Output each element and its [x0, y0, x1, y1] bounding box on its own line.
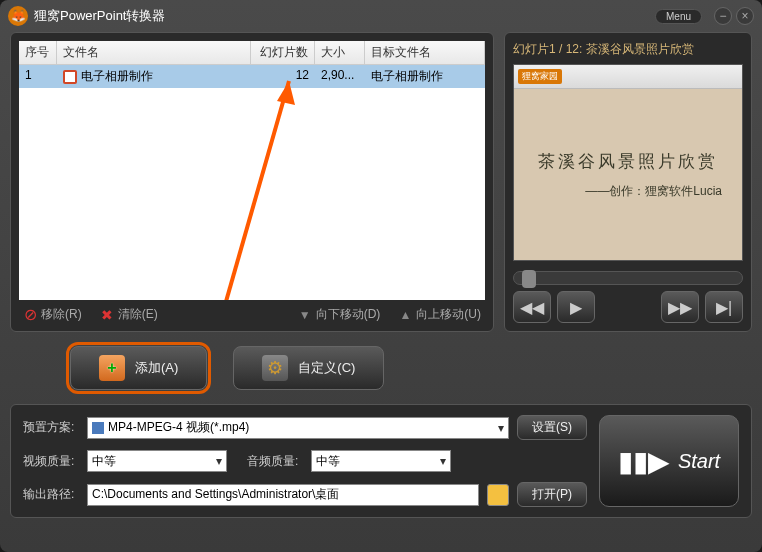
window-title: 狸窝PowerPoint转换器: [34, 7, 655, 25]
banner-logo-icon: 狸窝家园: [518, 69, 562, 84]
app-window: 🦊 狸窝PowerPoint转换器 Menu − × 序号 文件名 幻灯片数 大…: [0, 0, 762, 552]
cell-filename: 电子相册制作: [57, 65, 251, 88]
file-toolbar: ⊘移除(R) ✖清除(E) ▼向下移动(D) ▲向上移动(U): [19, 300, 485, 323]
next-button[interactable]: ▶|: [705, 291, 743, 323]
action-row: 添加(A) 自定义(C): [10, 340, 752, 396]
minimize-button[interactable]: −: [714, 7, 732, 25]
open-button[interactable]: 打开(P): [517, 482, 587, 507]
preview-title: 幻灯片1 / 12: 茶溪谷风景照片欣赏: [513, 41, 743, 58]
preview-sub-text: ——创作：狸窝软件Lucia: [585, 183, 722, 200]
gear-icon: [262, 355, 288, 381]
app-logo-icon: 🦊: [8, 6, 28, 26]
clear-button[interactable]: ✖清除(E): [100, 306, 158, 323]
output-path-label: 输出路径:: [23, 486, 79, 503]
table-row[interactable]: 1 电子相册制作 12 2,90... 电子相册制作: [19, 65, 485, 88]
cell-number: 1: [19, 65, 57, 88]
move-down-button[interactable]: ▼向下移动(D): [298, 306, 381, 323]
cell-target: 电子相册制作: [365, 65, 485, 88]
svg-line-0: [209, 81, 289, 300]
close-button[interactable]: ×: [736, 7, 754, 25]
preview-body: 茶溪谷风景照片欣赏 ——创作：狸窝软件Lucia: [514, 89, 742, 260]
titlebar: 🦊 狸窝PowerPoint转换器 Menu − ×: [0, 0, 762, 32]
preview-panel: 幻灯片1 / 12: 茶溪谷风景照片欣赏 狸窝家园 茶溪谷风景照片欣赏 ——创作…: [504, 32, 752, 332]
output-path-input[interactable]: C:\Documents and Settings\Administrator\…: [87, 484, 479, 506]
settings-col: 预置方案: MP4-MPEG-4 视频(*.mp4) 设置(S) 视频质量: 中…: [23, 415, 587, 507]
clear-icon: ✖: [100, 308, 114, 322]
settings-panel: 预置方案: MP4-MPEG-4 视频(*.mp4) 设置(S) 视频质量: 中…: [10, 404, 752, 518]
table-header: 序号 文件名 幻灯片数 大小 目标文件名: [19, 41, 485, 65]
col-slides[interactable]: 幻灯片数: [251, 41, 315, 64]
cell-size: 2,90...: [315, 65, 365, 88]
arrow-up-icon: ▲: [398, 308, 412, 322]
mp4-icon: [92, 422, 104, 434]
add-icon: [99, 355, 125, 381]
seek-bar[interactable]: [513, 271, 743, 285]
powerpoint-icon: [63, 70, 77, 84]
preview-image: 狸窝家园 茶溪谷风景照片欣赏 ——创作：狸窝软件Lucia: [513, 64, 743, 261]
start-icon: ▮▮▶: [618, 445, 670, 478]
remove-button[interactable]: ⊘移除(R): [23, 306, 82, 323]
col-number[interactable]: 序号: [19, 41, 57, 64]
content: 序号 文件名 幻灯片数 大小 目标文件名 1 电子相册制作 12 2,90..: [0, 32, 762, 552]
top-row: 序号 文件名 幻灯片数 大小 目标文件名 1 电子相册制作 12 2,90..: [10, 32, 752, 332]
customize-button[interactable]: 自定义(C): [233, 346, 384, 390]
video-quality-label: 视频质量:: [23, 453, 79, 470]
audio-quality-label: 音频质量:: [247, 453, 303, 470]
menu-button[interactable]: Menu: [655, 9, 702, 24]
file-list-panel: 序号 文件名 幻灯片数 大小 目标文件名 1 电子相册制作 12 2,90..: [10, 32, 494, 332]
seek-thumb[interactable]: [522, 270, 536, 288]
preview-main-text: 茶溪谷风景照片欣赏: [538, 150, 718, 173]
video-quality-select[interactable]: 中等: [87, 450, 227, 472]
prev-button[interactable]: ◀◀: [513, 291, 551, 323]
col-size[interactable]: 大小: [315, 41, 365, 64]
playback-controls: ◀◀ ▶ ▶▶ ▶|: [513, 271, 743, 323]
preset-select[interactable]: MP4-MPEG-4 视频(*.mp4): [87, 417, 509, 439]
settings-button[interactable]: 设置(S): [517, 415, 587, 440]
browse-folder-button[interactable]: [487, 484, 509, 506]
start-button[interactable]: ▮▮▶ Start: [599, 415, 739, 507]
play-button[interactable]: ▶: [557, 291, 595, 323]
col-filename[interactable]: 文件名: [57, 41, 251, 64]
preset-label: 预置方案:: [23, 419, 79, 436]
audio-quality-select[interactable]: 中等: [311, 450, 451, 472]
fwd-button[interactable]: ▶▶: [661, 291, 699, 323]
col-target[interactable]: 目标文件名: [365, 41, 485, 64]
file-table: 序号 文件名 幻灯片数 大小 目标文件名 1 电子相册制作 12 2,90..: [19, 41, 485, 300]
cell-slides: 12: [251, 65, 315, 88]
annotation-arrow-icon: [199, 61, 319, 300]
move-up-button[interactable]: ▲向上移动(U): [398, 306, 481, 323]
arrow-down-icon: ▼: [298, 308, 312, 322]
remove-icon: ⊘: [23, 308, 37, 322]
preview-banner: 狸窝家园: [514, 65, 742, 89]
add-button[interactable]: 添加(A): [70, 346, 207, 390]
